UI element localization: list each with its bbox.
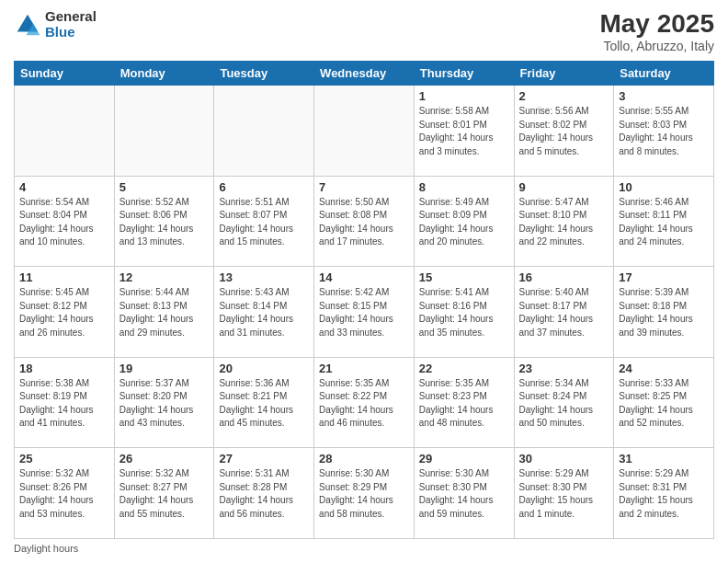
- logo-blue-text: Blue: [45, 25, 97, 40]
- col-saturday: Saturday: [614, 62, 714, 86]
- calendar-subtitle: Tollo, Abruzzo, Italy: [599, 39, 714, 53]
- col-sunday: Sunday: [15, 62, 115, 86]
- day-info: Sunrise: 5:31 AM Sunset: 8:28 PM Dayligh…: [219, 467, 309, 521]
- day-info: Sunrise: 5:49 AM Sunset: 8:09 PM Dayligh…: [419, 196, 509, 249]
- calendar-cell: 15Sunrise: 5:41 AM Sunset: 8:16 PM Dayli…: [414, 267, 514, 358]
- day-number: 31: [619, 452, 709, 465]
- day-number: 17: [619, 270, 709, 284]
- calendar-week-2: 4Sunrise: 5:54 AM Sunset: 8:04 PM Daylig…: [15, 176, 714, 267]
- day-number: 11: [19, 270, 109, 284]
- day-info: Sunrise: 5:34 AM Sunset: 8:24 PM Dayligh…: [519, 377, 609, 431]
- day-number: 5: [119, 180, 210, 194]
- day-number: 12: [119, 270, 210, 284]
- day-number: 30: [519, 452, 609, 465]
- calendar-cell: 29Sunrise: 5:30 AM Sunset: 8:30 PM Dayli…: [414, 448, 514, 539]
- day-number: 25: [19, 452, 109, 465]
- day-info: Sunrise: 5:46 AM Sunset: 8:11 PM Dayligh…: [619, 196, 709, 249]
- day-info: Sunrise: 5:56 AM Sunset: 8:02 PM Dayligh…: [519, 105, 609, 158]
- calendar-cell: 17Sunrise: 5:39 AM Sunset: 8:18 PM Dayli…: [614, 267, 714, 358]
- day-info: Sunrise: 5:36 AM Sunset: 8:21 PM Dayligh…: [219, 377, 309, 431]
- calendar-cell: 28Sunrise: 5:30 AM Sunset: 8:29 PM Dayli…: [314, 448, 415, 539]
- col-wednesday: Wednesday: [314, 62, 415, 86]
- calendar-cell: 24Sunrise: 5:33 AM Sunset: 8:25 PM Dayli…: [614, 357, 714, 448]
- day-number: 18: [19, 362, 109, 375]
- calendar-cell: 31Sunrise: 5:29 AM Sunset: 8:31 PM Dayli…: [614, 448, 714, 539]
- calendar-cell: 23Sunrise: 5:34 AM Sunset: 8:24 PM Dayli…: [514, 357, 614, 448]
- calendar-cell: 19Sunrise: 5:37 AM Sunset: 8:20 PM Dayli…: [114, 357, 214, 448]
- day-info: Sunrise: 5:32 AM Sunset: 8:27 PM Dayligh…: [119, 467, 210, 521]
- calendar-week-4: 18Sunrise: 5:38 AM Sunset: 8:19 PM Dayli…: [15, 357, 714, 448]
- day-number: 22: [419, 362, 509, 375]
- calendar-header-row: Sunday Monday Tuesday Wednesday Thursday…: [15, 62, 714, 86]
- day-number: 20: [219, 362, 309, 375]
- calendar-cell: 16Sunrise: 5:40 AM Sunset: 8:17 PM Dayli…: [514, 267, 614, 358]
- calendar-cell: 1Sunrise: 5:58 AM Sunset: 8:01 PM Daylig…: [414, 86, 514, 177]
- day-number: 23: [519, 362, 609, 375]
- logo: General Blue: [14, 9, 97, 40]
- calendar-cell: 26Sunrise: 5:32 AM Sunset: 8:27 PM Dayli…: [114, 448, 214, 539]
- day-info: Sunrise: 5:58 AM Sunset: 8:01 PM Dayligh…: [419, 105, 509, 158]
- day-info: Sunrise: 5:39 AM Sunset: 8:18 PM Dayligh…: [619, 286, 709, 339]
- day-number: 16: [519, 270, 609, 284]
- calendar-cell: [114, 86, 214, 177]
- calendar-week-3: 11Sunrise: 5:45 AM Sunset: 8:12 PM Dayli…: [15, 267, 714, 358]
- calendar-cell: [15, 86, 115, 177]
- title-block: May 2025 Tollo, Abruzzo, Italy: [599, 9, 714, 53]
- day-info: Sunrise: 5:37 AM Sunset: 8:20 PM Dayligh…: [119, 377, 210, 431]
- calendar-cell: 13Sunrise: 5:43 AM Sunset: 8:14 PM Dayli…: [214, 267, 314, 358]
- day-info: Sunrise: 5:35 AM Sunset: 8:22 PM Dayligh…: [319, 377, 409, 431]
- calendar-cell: [214, 86, 314, 177]
- logo-text: General Blue: [45, 9, 97, 40]
- col-thursday: Thursday: [414, 62, 514, 86]
- day-number: 26: [119, 452, 210, 465]
- calendar-table: Sunday Monday Tuesday Wednesday Thursday…: [14, 61, 714, 539]
- day-info: Sunrise: 5:41 AM Sunset: 8:16 PM Dayligh…: [419, 286, 509, 339]
- day-number: 4: [19, 180, 109, 194]
- day-number: 2: [519, 89, 609, 103]
- day-number: 21: [319, 362, 409, 375]
- day-info: Sunrise: 5:30 AM Sunset: 8:29 PM Dayligh…: [319, 467, 409, 521]
- day-number: 9: [519, 180, 609, 194]
- page: General Blue May 2025 Tollo, Abruzzo, It…: [0, 0, 728, 563]
- day-info: Sunrise: 5:29 AM Sunset: 8:30 PM Dayligh…: [519, 467, 609, 521]
- day-number: 19: [119, 362, 210, 375]
- day-info: Sunrise: 5:42 AM Sunset: 8:15 PM Dayligh…: [319, 286, 409, 339]
- day-number: 15: [419, 270, 509, 284]
- calendar-cell: 7Sunrise: 5:50 AM Sunset: 8:08 PM Daylig…: [314, 176, 415, 267]
- day-number: 1: [419, 89, 509, 103]
- day-info: Sunrise: 5:30 AM Sunset: 8:30 PM Dayligh…: [419, 467, 509, 521]
- col-tuesday: Tuesday: [214, 62, 314, 86]
- day-number: 13: [219, 270, 309, 284]
- day-number: 7: [319, 180, 409, 194]
- calendar-cell: 22Sunrise: 5:35 AM Sunset: 8:23 PM Dayli…: [414, 357, 514, 448]
- calendar-cell: [314, 86, 415, 177]
- header: General Blue May 2025 Tollo, Abruzzo, It…: [14, 9, 714, 53]
- day-info: Sunrise: 5:47 AM Sunset: 8:10 PM Dayligh…: [519, 196, 609, 249]
- calendar-cell: 27Sunrise: 5:31 AM Sunset: 8:28 PM Dayli…: [214, 448, 314, 539]
- calendar-cell: 2Sunrise: 5:56 AM Sunset: 8:02 PM Daylig…: [514, 86, 614, 177]
- day-number: 14: [319, 270, 409, 284]
- calendar-week-1: 1Sunrise: 5:58 AM Sunset: 8:01 PM Daylig…: [15, 86, 714, 177]
- day-info: Sunrise: 5:45 AM Sunset: 8:12 PM Dayligh…: [19, 286, 109, 339]
- calendar-cell: 9Sunrise: 5:47 AM Sunset: 8:10 PM Daylig…: [514, 176, 614, 267]
- day-info: Sunrise: 5:44 AM Sunset: 8:13 PM Dayligh…: [119, 286, 210, 339]
- col-monday: Monday: [114, 62, 214, 86]
- day-info: Sunrise: 5:35 AM Sunset: 8:23 PM Dayligh…: [419, 377, 509, 431]
- day-info: Sunrise: 5:40 AM Sunset: 8:17 PM Dayligh…: [519, 286, 609, 339]
- col-friday: Friday: [514, 62, 614, 86]
- calendar-cell: 12Sunrise: 5:44 AM Sunset: 8:13 PM Dayli…: [114, 267, 214, 358]
- day-number: 28: [319, 452, 409, 465]
- day-info: Sunrise: 5:32 AM Sunset: 8:26 PM Dayligh…: [19, 467, 109, 521]
- day-number: 3: [619, 89, 709, 103]
- logo-icon: [14, 11, 41, 39]
- day-info: Sunrise: 5:38 AM Sunset: 8:19 PM Dayligh…: [19, 377, 109, 431]
- calendar-cell: 20Sunrise: 5:36 AM Sunset: 8:21 PM Dayli…: [214, 357, 314, 448]
- day-number: 24: [619, 362, 709, 375]
- calendar-title: May 2025: [599, 9, 714, 39]
- day-info: Sunrise: 5:54 AM Sunset: 8:04 PM Dayligh…: [19, 196, 109, 249]
- day-info: Sunrise: 5:33 AM Sunset: 8:25 PM Dayligh…: [619, 377, 709, 431]
- logo-general-text: General: [45, 9, 97, 25]
- calendar-cell: 10Sunrise: 5:46 AM Sunset: 8:11 PM Dayli…: [614, 176, 714, 267]
- calendar-cell: 18Sunrise: 5:38 AM Sunset: 8:19 PM Dayli…: [15, 357, 115, 448]
- calendar-week-5: 25Sunrise: 5:32 AM Sunset: 8:26 PM Dayli…: [15, 448, 714, 539]
